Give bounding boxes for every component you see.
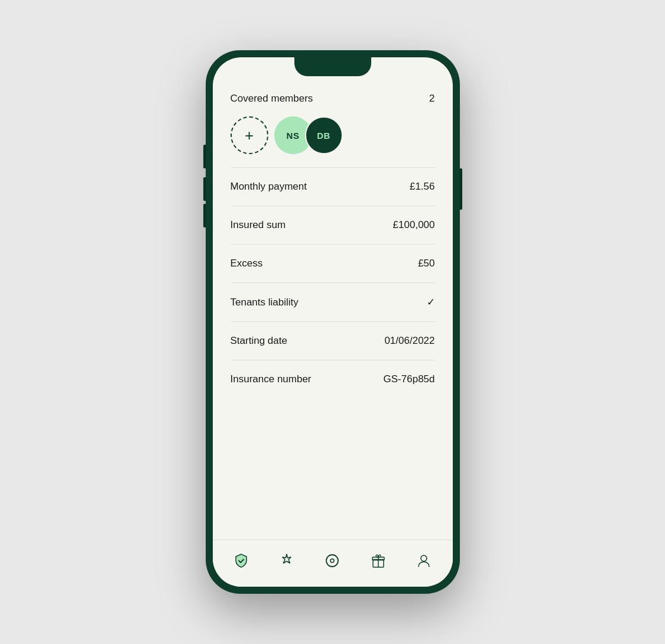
info-row-monthly-payment: Monthly payment£1.56 xyxy=(231,168,435,206)
info-rows: Monthly payment£1.56Insured sum£100,000E… xyxy=(231,168,435,398)
star-icon xyxy=(278,552,295,569)
info-row-excess: Excess£50 xyxy=(231,245,435,283)
nav-item-home[interactable] xyxy=(318,547,346,575)
nav-item-gifts[interactable] xyxy=(364,547,392,575)
member-ns-initials: NS xyxy=(287,131,300,141)
nav-item-insurance[interactable] xyxy=(227,547,255,575)
svg-point-5 xyxy=(326,555,338,567)
monthly-payment-label: Monthly payment xyxy=(231,181,307,193)
member-db-initials: DB xyxy=(317,131,330,141)
svg-point-10 xyxy=(421,555,427,561)
phone-screen: Covered members 2 + NS DB Monthly paymen xyxy=(213,57,453,587)
phone-notch xyxy=(294,57,371,76)
insurance-number-value: GS-76p85d xyxy=(384,373,435,385)
excess-value: £50 xyxy=(418,258,434,269)
covered-members-section: Covered members 2 + NS DB xyxy=(231,87,435,168)
covered-members-label: Covered members xyxy=(231,93,313,105)
tenants-liability-label: Tenants liability xyxy=(231,297,299,308)
info-row-insured-sum: Insured sum£100,000 xyxy=(231,206,435,245)
monthly-payment-value: £1.56 xyxy=(410,181,435,193)
nav-item-profile[interactable] xyxy=(410,547,438,575)
info-row-tenants-liability: Tenants liability✓ xyxy=(231,283,435,322)
members-avatars: + NS DB xyxy=(231,116,435,154)
info-row-insurance-number: Insurance numberGS-76p85d xyxy=(231,360,435,398)
members-header: Covered members 2 xyxy=(231,93,435,105)
circle-icon xyxy=(324,552,340,569)
nav-item-rewards[interactable] xyxy=(273,547,301,575)
gift-icon xyxy=(370,552,387,569)
insurance-number-label: Insurance number xyxy=(231,373,312,385)
tenants-liability-value: ✓ xyxy=(427,296,435,308)
insured-sum-label: Insured sum xyxy=(231,219,286,231)
plus-icon: + xyxy=(245,128,254,143)
person-icon xyxy=(416,552,432,569)
starting-date-label: Starting date xyxy=(231,335,287,347)
svg-point-6 xyxy=(330,559,334,562)
phone-device: Covered members 2 + NS DB Monthly paymen xyxy=(206,50,460,594)
screen-content: Covered members 2 + NS DB Monthly paymen xyxy=(213,57,453,539)
bottom-nav xyxy=(213,539,453,587)
excess-label: Excess xyxy=(231,258,263,269)
insured-sum-value: £100,000 xyxy=(393,219,435,231)
starting-date-value: 01/06/2022 xyxy=(384,335,434,347)
info-row-starting-date: Starting date01/06/2022 xyxy=(231,322,435,360)
member-db-avatar: DB xyxy=(305,116,343,154)
add-member-button[interactable]: + xyxy=(231,116,268,154)
covered-members-count: 2 xyxy=(429,93,434,105)
shield-icon xyxy=(233,552,249,569)
